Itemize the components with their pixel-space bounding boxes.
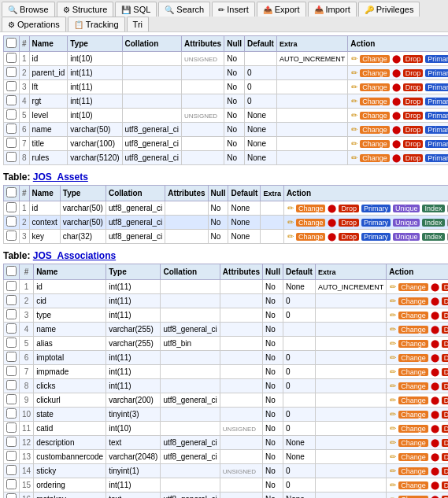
unique-badge[interactable]: Unique	[393, 205, 420, 212]
drop-icon[interactable]: ⬤	[431, 481, 439, 489]
drop-icon[interactable]: ⬤	[431, 311, 439, 319]
change-badge[interactable]: Change	[398, 312, 428, 319]
drop-badge[interactable]: Drop	[403, 126, 424, 134]
change-badge[interactable]: Change	[360, 112, 390, 120]
change-badge[interactable]: Change	[398, 382, 428, 390]
tab-export[interactable]: 📤Export	[257, 2, 306, 17]
row-checkbox[interactable]	[6, 295, 17, 305]
drop-badge[interactable]: Drop	[442, 425, 448, 433]
drop-badge[interactable]: Drop	[442, 312, 448, 319]
drop-icon[interactable]: ⬤	[328, 204, 336, 212]
row-checkbox[interactable]	[6, 408, 17, 419]
tab-tri[interactable]: Tri	[127, 17, 149, 31]
change-icon[interactable]: ✏	[390, 452, 396, 461]
change-icon[interactable]: ✏	[287, 204, 294, 212]
change-badge[interactable]: Change	[360, 98, 390, 105]
change-icon[interactable]: ✏	[390, 282, 396, 291]
select-all-assets2[interactable]	[6, 187, 17, 197]
drop-icon[interactable]: ⬤	[431, 282, 439, 291]
change-badge[interactable]: Change	[398, 297, 428, 305]
drop-icon[interactable]: ⬤	[431, 325, 439, 334]
drop-icon[interactable]: ⬤	[431, 424, 439, 433]
change-icon[interactable]: ✏	[351, 111, 357, 120]
row-checkbox[interactable]	[6, 231, 17, 241]
drop-icon[interactable]: ⬤	[431, 495, 439, 498]
drop-badge[interactable]: Drop	[442, 283, 448, 291]
drop-icon[interactable]: ⬤	[328, 218, 336, 227]
row-checkbox[interactable]	[6, 465, 17, 475]
row-checkbox[interactable]	[6, 437, 17, 447]
change-icon[interactable]: ✏	[351, 54, 357, 63]
drop-icon[interactable]: ⬤	[392, 54, 401, 63]
drop-badge[interactable]: Drop	[403, 69, 424, 77]
drop-badge[interactable]: Drop	[442, 382, 448, 390]
drop-icon[interactable]: ⬤	[431, 353, 439, 362]
row-checkbox[interactable]	[6, 394, 17, 404]
change-icon[interactable]: ✏	[351, 125, 357, 134]
drop-badge[interactable]: Drop	[442, 439, 448, 447]
row-checkbox[interactable]	[6, 338, 17, 348]
change-badge[interactable]: Change	[360, 69, 390, 77]
drop-icon[interactable]: ⬤	[431, 382, 439, 390]
change-icon[interactable]: ✏	[390, 424, 396, 433]
tab-insert[interactable]: ✏Insert	[212, 2, 255, 17]
primary-badge[interactable]: Primary	[425, 126, 448, 134]
change-icon[interactable]: ✏	[390, 325, 396, 334]
change-icon[interactable]: ✏	[390, 339, 396, 348]
row-checkbox[interactable]	[6, 152, 17, 162]
tab-tracking[interactable]: 📋Tracking	[68, 17, 125, 31]
drop-icon[interactable]: ⬤	[392, 153, 401, 162]
drop-badge[interactable]: Drop	[442, 326, 448, 334]
row-checkbox[interactable]	[6, 352, 17, 362]
change-badge[interactable]: Change	[296, 219, 326, 227]
change-badge[interactable]: Change	[398, 481, 428, 489]
drop-badge[interactable]: Drop	[442, 368, 448, 376]
change-badge[interactable]: Change	[398, 340, 428, 348]
row-checkbox[interactable]	[6, 124, 17, 134]
change-icon[interactable]: ✏	[287, 232, 294, 241]
drop-icon[interactable]: ⬤	[431, 438, 439, 447]
change-badge[interactable]: Change	[360, 140, 390, 148]
drop-icon[interactable]: ⬤	[328, 232, 336, 241]
change-badge[interactable]: Change	[398, 283, 428, 291]
drop-icon[interactable]: ⬤	[431, 396, 439, 404]
change-badge[interactable]: Change	[398, 496, 428, 499]
primary-badge[interactable]: Primary	[425, 154, 448, 162]
primary-badge[interactable]: Primary	[425, 98, 448, 105]
change-icon[interactable]: ✏	[351, 153, 357, 162]
drop-icon[interactable]: ⬤	[431, 367, 439, 376]
change-badge[interactable]: Change	[296, 233, 326, 241]
primary-badge[interactable]: Primary	[425, 112, 448, 120]
change-badge[interactable]: Change	[296, 205, 326, 212]
row-checkbox[interactable]	[6, 323, 17, 334]
change-badge[interactable]: Change	[360, 83, 390, 91]
unique-badge[interactable]: Unique	[393, 233, 420, 241]
change-icon[interactable]: ✏	[390, 353, 396, 362]
primary-badge[interactable]: Primary	[425, 140, 448, 148]
change-icon[interactable]: ✏	[351, 83, 357, 91]
drop-icon[interactable]: ⬤	[392, 68, 401, 77]
change-badge[interactable]: Change	[398, 467, 428, 475]
change-icon[interactable]: ✏	[390, 467, 396, 475]
drop-icon[interactable]: ⬤	[392, 139, 401, 148]
tab-structure[interactable]: ⚙Structure	[57, 2, 114, 17]
drop-badge[interactable]: Drop	[339, 205, 359, 212]
drop-badge[interactable]: Drop	[339, 233, 359, 241]
tab-privileges[interactable]: 🔑Privileges	[358, 2, 420, 17]
drop-icon[interactable]: ⬤	[392, 97, 401, 105]
change-badge[interactable]: Change	[398, 354, 428, 362]
index-badge[interactable]: Index	[422, 219, 444, 227]
tab-operations[interactable]: ⚙Operations	[2, 17, 66, 31]
primary-badge[interactable]: Primary	[361, 233, 391, 241]
change-icon[interactable]: ✏	[390, 410, 396, 419]
drop-badge[interactable]: Drop	[339, 219, 359, 227]
change-icon[interactable]: ✏	[390, 297, 396, 305]
primary-badge[interactable]: Primary	[425, 83, 448, 91]
change-icon[interactable]: ✏	[390, 481, 396, 489]
drop-icon[interactable]: ⬤	[431, 452, 439, 461]
change-icon[interactable]: ✏	[390, 311, 396, 319]
drop-badge[interactable]: Drop	[403, 112, 424, 120]
drop-badge[interactable]: Drop	[442, 297, 448, 305]
tab-browse[interactable]: 🔍Browse	[2, 2, 55, 17]
row-checkbox[interactable]	[6, 81, 17, 91]
